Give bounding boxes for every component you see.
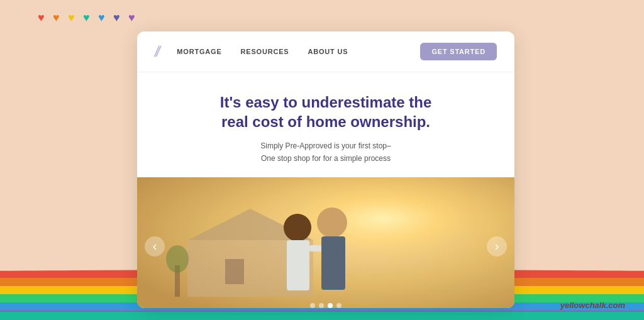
hero-title-line1: It's easy to underestimate the (220, 94, 431, 111)
image-slider: ‹ › (137, 177, 514, 308)
hero-subtitle-line2: One stop shop for for a simple process (261, 154, 391, 163)
nav-links: MORTGAGE RESOURCES ABOUT US (177, 48, 420, 55)
svg-rect-12 (137, 177, 514, 308)
dot-4[interactable] (336, 303, 341, 308)
logo: // (155, 43, 158, 60)
main-card: // MORTGAGE RESOURCES ABOUT US GET START… (137, 31, 514, 308)
slider-next-button[interactable]: › (487, 236, 507, 257)
dot-3-active[interactable] (328, 303, 333, 308)
stripe-teal (0, 312, 644, 320)
nav-link-resources[interactable]: RESOURCES (241, 48, 289, 55)
nav-link-about-us[interactable]: ABOUT US (308, 48, 348, 55)
nav-link-mortgage[interactable]: MORTGAGE (177, 48, 221, 55)
brand-watermark: yellowchalk.com (560, 301, 625, 310)
dot-2[interactable] (319, 303, 324, 308)
navbar: // MORTGAGE RESOURCES ABOUT US GET START… (137, 31, 514, 72)
hero-subtitle-line1: Simply Pre-Approved is your first stop– (260, 141, 391, 150)
slider-photo (137, 177, 514, 308)
hero-subtitle: Simply Pre-Approved is your first stop– … (155, 140, 497, 164)
get-started-button[interactable]: GET STARTED (420, 43, 497, 60)
heart-red-icon (38, 11, 49, 23)
heart-blue-icon (98, 11, 109, 23)
hero-title: It's easy to underestimate the real cost… (155, 92, 497, 131)
heart-orange-icon (53, 11, 64, 23)
hero-title-line2: real cost of home ownership. (221, 113, 430, 130)
heart-indigo-icon (113, 11, 125, 23)
hero-section: It's easy to underestimate the real cost… (137, 72, 514, 177)
slider-dots (310, 303, 341, 308)
heart-yellow-icon (68, 11, 79, 23)
heart-purple-icon (128, 11, 140, 23)
logo-slash-icon: // (153, 43, 160, 60)
dot-1[interactable] (310, 303, 315, 308)
heart-teal-icon (83, 11, 94, 23)
hearts-row (38, 11, 140, 23)
slider-prev-button[interactable]: ‹ (145, 236, 165, 257)
